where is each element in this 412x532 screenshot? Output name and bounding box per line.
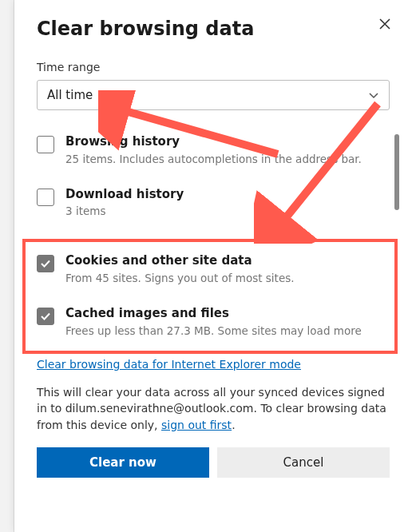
ie-mode-link[interactable]: Clear browsing data for Internet Explore… bbox=[37, 358, 301, 371]
footer-text-b: . bbox=[232, 419, 235, 431]
option-cookies[interactable]: Cookies and other site data From 45 site… bbox=[37, 253, 386, 285]
sign-out-link[interactable]: sign out first bbox=[161, 417, 232, 433]
checkbox-download-history[interactable] bbox=[37, 189, 54, 206]
scrollbar[interactable] bbox=[394, 134, 399, 210]
option-desc: 25 items. Includes autocompletions in th… bbox=[65, 152, 362, 166]
option-title: Cookies and other site data bbox=[65, 253, 295, 269]
option-cached[interactable]: Cached images and files Frees up less th… bbox=[37, 306, 386, 338]
dialog-title: Clear browsing data bbox=[37, 18, 390, 40]
checkbox-cookies[interactable] bbox=[37, 255, 54, 272]
checkbox-browsing-history[interactable] bbox=[37, 136, 54, 153]
option-download-history[interactable]: Download history 3 items bbox=[37, 187, 390, 219]
option-desc: 3 items bbox=[65, 204, 184, 218]
option-desc: Frees up less than 27.3 MB. Some sites m… bbox=[65, 324, 362, 338]
checkmark-icon bbox=[40, 311, 51, 322]
checkmark-icon bbox=[40, 258, 51, 269]
time-range-label: Time range bbox=[37, 61, 390, 73]
clear-browsing-data-dialog: Clear browsing data Time range All time … bbox=[14, 0, 412, 532]
close-button[interactable] bbox=[374, 13, 396, 35]
time-range-value: All time bbox=[47, 88, 93, 102]
footer-text: This will clear your data across all you… bbox=[37, 384, 390, 433]
option-title: Cached images and files bbox=[65, 306, 362, 322]
option-desc: From 45 sites. Signs you out of most sit… bbox=[65, 271, 295, 285]
options-scroll-area: Browsing history 25 items. Includes auto… bbox=[37, 134, 390, 342]
chevron-down-icon bbox=[368, 89, 379, 101]
close-icon bbox=[378, 18, 391, 30]
annotation-highlight-box: Cookies and other site data From 45 site… bbox=[22, 239, 398, 353]
clear-now-button[interactable]: Clear now bbox=[37, 447, 209, 478]
option-browsing-history[interactable]: Browsing history 25 items. Includes auto… bbox=[37, 134, 390, 166]
checkbox-cached[interactable] bbox=[37, 308, 54, 325]
cancel-button[interactable]: Cancel bbox=[217, 447, 390, 478]
option-title: Browsing history bbox=[65, 134, 362, 150]
time-range-select[interactable]: All time bbox=[37, 80, 390, 110]
option-title: Download history bbox=[65, 187, 184, 203]
